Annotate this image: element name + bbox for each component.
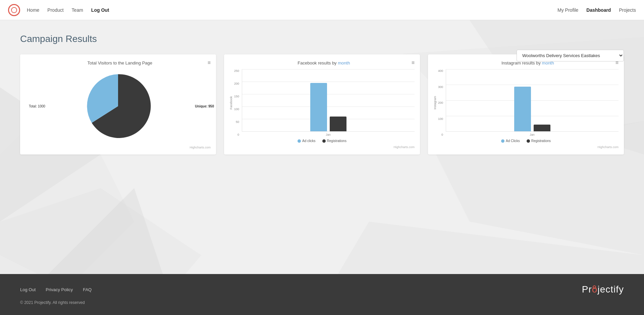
facebook-chart-area: Facebook 250 200 150 100 50 0 xyxy=(229,69,415,136)
svg-marker-6 xyxy=(302,222,644,274)
nav-dashboard[interactable]: Dashboard xyxy=(586,7,611,13)
footer-brand: Projectify xyxy=(582,284,624,295)
nav-right: My Profile Dashboard Projects xyxy=(557,7,636,13)
pie-menu-icon[interactable]: ≡ xyxy=(208,60,211,66)
instagram-legend-clicks-label: Ad Clicks xyxy=(506,139,520,143)
logo-icon xyxy=(8,4,20,16)
facebook-chart-card: Facebook results by month ≡ Facebook 250… xyxy=(224,54,420,154)
nav-my-profile[interactable]: My Profile xyxy=(557,7,578,13)
instagram-chart-area: Instagram 400 300 200 100 0 xyxy=(433,69,619,136)
footer: Log Out Privacy Policy FAQ Projectify © … xyxy=(0,274,644,315)
facebook-y-labels: 250 200 150 100 50 0 xyxy=(234,69,242,136)
nav-team[interactable]: Team xyxy=(72,7,83,13)
pie-svg xyxy=(85,73,152,140)
instagram-legend-dot-blue xyxy=(501,139,504,143)
charts-row: Total Visitors to the Landing Page ≡ Tot… xyxy=(20,54,624,154)
facebook-legend-reg-label: Registrations xyxy=(327,139,346,143)
instagram-grid xyxy=(446,69,619,132)
instagram-legend-clicks: Ad Clicks xyxy=(501,139,520,143)
instagram-y-labels: 400 300 200 100 0 xyxy=(438,69,446,136)
pie-credit: Highcharts.com xyxy=(25,146,211,149)
nav-left: Home Product Team Log Out xyxy=(27,7,109,13)
svg-marker-7 xyxy=(0,188,201,274)
facebook-legend-clicks: Ad clicks xyxy=(298,139,315,143)
facebook-chart-title: Facebook results by month xyxy=(236,60,412,65)
facebook-legend-reg: Registrations xyxy=(322,139,346,143)
instagram-credit: Highcharts.com xyxy=(433,145,619,149)
instagram-chart-card: Instagram results by month ≡ Instagram 4… xyxy=(428,54,624,154)
facebook-registrations-bar xyxy=(330,117,346,131)
facebook-legend: Ad clicks Registrations xyxy=(229,139,415,143)
campaign-select[interactable]: Woolworths Delivery Services Eastlakes xyxy=(517,50,624,61)
footer-faq[interactable]: FAQ xyxy=(83,287,92,292)
facebook-y-axis-label: Facebook xyxy=(229,69,233,136)
main-content: Campaign Results Woolworths Delivery Ser… xyxy=(0,20,644,274)
footer-logout[interactable]: Log Out xyxy=(20,287,36,292)
facebook-legend-dot-blue xyxy=(298,139,301,143)
nav-product[interactable]: Product xyxy=(47,7,63,13)
facebook-bars xyxy=(242,69,415,131)
svg-marker-2 xyxy=(34,188,168,274)
pie-chart-header: Total Visitors to the Landing Page ≡ xyxy=(25,60,211,66)
facebook-menu-icon[interactable]: ≡ xyxy=(412,60,415,66)
pie-chart-card: Total Visitors to the Landing Page ≡ Tot… xyxy=(20,54,216,154)
facebook-plot-area: Jan xyxy=(242,69,415,136)
pie-total-label: Total: 1000 xyxy=(29,104,45,108)
instagram-registrations-bar xyxy=(534,125,550,131)
facebook-legend-clicks-label: Ad clicks xyxy=(302,139,315,143)
campaign-title: Campaign Results xyxy=(20,34,624,44)
facebook-credit: Highcharts.com xyxy=(229,145,415,149)
instagram-ad-clicks-bar xyxy=(514,87,531,131)
footer-top: Log Out Privacy Policy FAQ Projectify xyxy=(20,284,624,295)
instagram-legend-dot-dark xyxy=(527,139,530,143)
instagram-y-axis-label: Instagram xyxy=(433,69,437,136)
instagram-legend-reg-label: Registrations xyxy=(531,139,551,143)
facebook-x-label: Jan xyxy=(242,133,415,136)
facebook-grid xyxy=(242,69,415,132)
facebook-ad-clicks-bar xyxy=(310,83,327,131)
pie-unique-label: Unique: 950 xyxy=(195,104,214,108)
nav-home[interactable]: Home xyxy=(27,7,39,13)
footer-privacy[interactable]: Privacy Policy xyxy=(46,287,73,292)
instagram-x-label: Jan xyxy=(446,133,619,136)
footer-copyright: © 2021 Projectify. All rights reserved xyxy=(20,300,624,305)
facebook-chart-header: Facebook results by month ≡ xyxy=(229,60,415,66)
instagram-bars xyxy=(446,69,619,131)
instagram-plot-area: Jan xyxy=(446,69,619,136)
facebook-legend-dot-dark xyxy=(322,139,326,143)
instagram-legend: Ad Clicks Registrations xyxy=(433,139,619,143)
nav-logout[interactable]: Log Out xyxy=(91,7,109,13)
campaign-dropdown-container: Woolworths Delivery Services Eastlakes xyxy=(517,50,624,61)
nav-projects[interactable]: Projects xyxy=(619,7,636,13)
instagram-legend-reg: Registrations xyxy=(527,139,551,143)
navbar: Home Product Team Log Out My Profile Das… xyxy=(0,0,644,20)
pie-chart-title: Total Visitors to the Landing Page xyxy=(32,60,208,65)
footer-links: Log Out Privacy Policy FAQ xyxy=(20,287,92,292)
pie-chart-wrapper: Total: 1000 Unique: 950 xyxy=(25,69,211,143)
